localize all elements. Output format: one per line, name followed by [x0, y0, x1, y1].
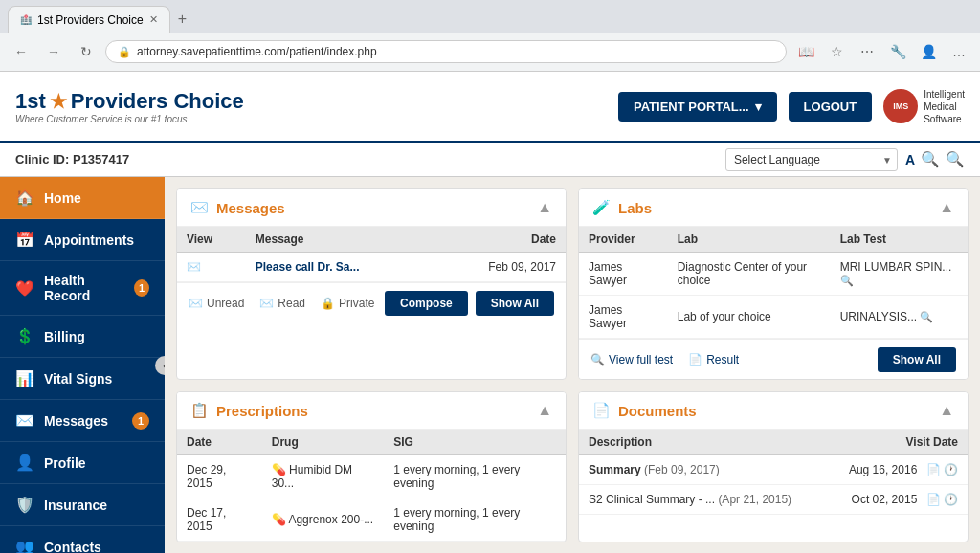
favorites-button[interactable]: ☆	[823, 38, 850, 65]
sidebar-label-billing: Billing	[44, 329, 85, 344]
sidebar-item-profile[interactable]: 👤 Profile	[0, 442, 165, 484]
sidebar-item-vital-signs[interactable]: 📊 Vital Signs	[0, 358, 165, 400]
ims-line3: Software	[924, 113, 965, 125]
prescriptions-collapse-button[interactable]: ▲	[537, 402, 552, 419]
doc-row2-clock-icon[interactable]: 🕐	[944, 493, 958, 506]
text-size-icon[interactable]: A	[905, 152, 915, 167]
forward-button[interactable]: →	[40, 38, 67, 65]
labs-card: 🧪 Labs ▲ Provider Lab Lab Test	[578, 188, 969, 380]
main-layout: 🏠 Home 📅 Appointments ❤️ Health Record 1…	[0, 177, 980, 553]
sidebar-item-messages[interactable]: ✉️ Messages 1	[0, 400, 165, 442]
sidebar-label-profile: Profile	[44, 455, 86, 471]
search-icon-labs: 🔍	[590, 353, 605, 366]
doc-row1-clock-icon[interactable]: 🕐	[944, 463, 958, 476]
documents-col-description: Description	[579, 430, 825, 455]
messages-show-all-button[interactable]: Show All	[476, 291, 554, 316]
extensions-button[interactable]: 🔧	[884, 38, 911, 65]
clinic-id-value: P1357417	[73, 152, 129, 166]
messages-collapse-button[interactable]: ▲	[537, 199, 552, 216]
logout-button[interactable]: LOGOUT	[789, 92, 873, 122]
new-tab-button[interactable]: +	[170, 9, 194, 30]
sidebar-item-appointments[interactable]: 📅 Appointments	[0, 219, 165, 261]
contacts-icon: 👥	[15, 538, 34, 553]
search-icon-2[interactable]: 🔍	[946, 150, 965, 168]
rx-row2-drug: 💊 Aggrenox 200-...	[262, 498, 385, 542]
sidebar-item-billing[interactable]: 💲 Billing	[0, 316, 165, 358]
messages-footer-links: ✉️ Unread ✉️ Read 🔒 Private	[189, 297, 374, 310]
labs-show-all-button[interactable]: Show All	[878, 347, 956, 372]
health-record-icon: ❤️	[15, 279, 34, 298]
labs-table: Provider Lab Lab Test James Sawyer Diagn…	[579, 227, 968, 339]
search-icon-1[interactable]: 🔍	[921, 150, 940, 168]
language-select[interactable]: Select Language Spanish French	[725, 148, 898, 171]
sidebar-item-insurance[interactable]: 🛡️ Insurance	[0, 484, 165, 526]
table-row: ✉️ Please call Dr. Sa... Feb 09, 2017	[177, 253, 566, 282]
menu-button[interactable]: ⋯	[854, 38, 880, 65]
back-button[interactable]: ←	[8, 38, 34, 65]
prescriptions-card-title: 📋 Prescriptions	[190, 402, 308, 419]
prescriptions-table: Date Drug SIG Dec 29, 2015 💊 Humibid DM …	[177, 430, 566, 542]
health-record-badge: 1	[134, 279, 149, 297]
unread-link[interactable]: ✉️ Unread	[189, 297, 244, 310]
prescriptions-card-icon: 📋	[190, 402, 209, 419]
labs-row2-lab: Lab of your choice	[668, 296, 831, 339]
sidebar-item-health-record[interactable]: ❤️ Health Record 1	[0, 261, 165, 316]
bookmarks-button[interactable]: 📖	[792, 38, 819, 65]
doc-row1-file-icon[interactable]: 📄	[926, 463, 941, 476]
tab-close-button[interactable]: ✕	[149, 13, 158, 26]
more-button[interactable]: …	[946, 38, 972, 65]
documents-card: 📄 Documents ▲ Description Visit Date	[578, 391, 969, 542]
logo-prefix: 1st	[15, 89, 46, 114]
private-link[interactable]: 🔒 Private	[321, 297, 374, 310]
result-link[interactable]: 📄 Result	[688, 353, 739, 366]
labs-row1-search-icon[interactable]: 🔍	[840, 275, 854, 286]
profile-button[interactable]: 👤	[915, 38, 942, 65]
tab-title: 1st Providers Choice	[37, 13, 144, 27]
labs-row2-provider: James Sawyer	[579, 296, 668, 339]
doc-row2-file-icon[interactable]: 📄	[926, 493, 941, 506]
messages-card-title: ✉️ Messages	[190, 199, 285, 216]
labs-row1-test: MRI LUMBAR SPIN... 🔍	[831, 253, 968, 296]
messages-col-view: View	[177, 227, 246, 253]
result-icon: 📄	[688, 353, 702, 366]
rx-row2-sig: 1 every morning, 1 every evening	[384, 498, 566, 542]
messages-card-footer: ✉️ Unread ✉️ Read 🔒 Private Compose Show…	[177, 282, 566, 323]
labs-row2-search-icon[interactable]: 🔍	[920, 311, 933, 322]
table-row: James Sawyer Diagnostic Center of your c…	[579, 253, 968, 296]
messages-row-date: Feb 09, 2017	[434, 253, 566, 282]
messages-footer-actions: Compose Show All	[385, 291, 554, 316]
view-full-test-link[interactable]: 🔍 View full test	[590, 353, 673, 366]
documents-collapse-button[interactable]: ▲	[939, 402, 954, 419]
unread-label: Unread	[207, 297, 244, 310]
read-icon: ✉️	[259, 297, 274, 310]
rx-row2-date: Dec 17, 2015	[177, 498, 262, 542]
prescriptions-col-drug: Drug	[262, 430, 385, 455]
header-right: PATIENT PORTAL... ▾ LOGOUT IMS Intellige…	[618, 88, 965, 125]
accessibility-icons: A 🔍 🔍	[905, 150, 965, 168]
logo-title: 1st ★ Providers Choice	[15, 89, 244, 114]
message-link[interactable]: Please call Dr. Sa...	[256, 260, 360, 274]
labs-row1-test-text: MRI LUMBAR SPIN...	[840, 260, 952, 274]
compose-button[interactable]: Compose	[385, 291, 468, 316]
labs-table-header-row: Provider Lab Lab Test	[579, 227, 968, 253]
ims-line2: Medical	[924, 100, 965, 113]
address-bar[interactable]: 🔒 attorney.savepatienttime.com/patient/i…	[105, 40, 787, 63]
labs-collapse-button[interactable]: ▲	[939, 199, 954, 216]
sidebar-item-home[interactable]: 🏠 Home	[0, 177, 165, 219]
doc-row1-description: Summary (Feb 09, 2017)	[579, 455, 825, 485]
refresh-button[interactable]: ↻	[73, 38, 100, 65]
rx-row1-date: Dec 29, 2015	[177, 455, 262, 498]
home-icon: 🏠	[15, 188, 34, 207]
rx-row1-drug: 💊 Humibid DM 30...	[262, 455, 385, 498]
insurance-icon: 🛡️	[15, 496, 34, 514]
browser-tab-bar: 🏥 1st Providers Choice ✕ +	[0, 0, 980, 33]
patient-portal-button[interactable]: PATIENT PORTAL... ▾	[618, 92, 777, 122]
sidebar-label-vital-signs: Vital Signs	[44, 371, 112, 387]
browser-tab[interactable]: 🏥 1st Providers Choice ✕	[8, 6, 170, 33]
clinic-bar: Clinic ID: P1357417 Select Language Span…	[0, 143, 980, 177]
read-link[interactable]: ✉️ Read	[259, 297, 305, 310]
sidebar-item-contacts[interactable]: 👥 Contacts	[0, 526, 165, 553]
logo-suffix: Providers Choice	[71, 89, 244, 114]
labs-row1-provider: James Sawyer	[579, 253, 668, 296]
messages-row-message[interactable]: Please call Dr. Sa...	[246, 253, 434, 282]
